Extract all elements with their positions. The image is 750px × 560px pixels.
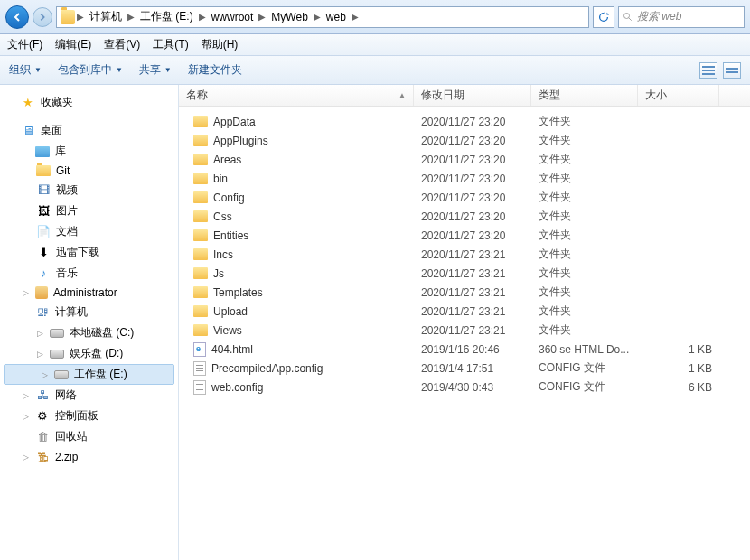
file-name: bin bbox=[213, 173, 228, 185]
share-button[interactable]: 共享▼ bbox=[139, 62, 172, 78]
menu-help[interactable]: 帮助(H) bbox=[202, 37, 239, 52]
expand-icon[interactable]: ▷ bbox=[22, 412, 30, 420]
expand-icon[interactable] bbox=[22, 433, 30, 441]
file-type: CONFIG 文件 bbox=[531, 360, 638, 376]
computer-icon: 🖳 bbox=[35, 305, 50, 320]
back-button[interactable] bbox=[5, 5, 29, 29]
file-date: 2020/11/27 23:21 bbox=[414, 286, 531, 299]
chevron-right-icon[interactable]: ▶ bbox=[77, 12, 84, 22]
collapse-icon[interactable] bbox=[22, 308, 30, 316]
file-row[interactable]: AppPlugins2020/11/27 23:20文件夹 bbox=[179, 131, 750, 150]
collapse-icon[interactable] bbox=[22, 147, 30, 155]
folder-icon bbox=[193, 173, 208, 184]
expand-icon[interactable]: ▷ bbox=[22, 391, 30, 399]
tree-pictures[interactable]: 🖼图片 bbox=[0, 201, 178, 221]
menu-file[interactable]: 文件(F) bbox=[7, 37, 42, 52]
column-type[interactable]: 类型 bbox=[531, 85, 638, 106]
chevron-right-icon[interactable]: ▶ bbox=[352, 12, 359, 22]
file-row[interactable]: PrecompiledApp.config2019/1/4 17:51CONFI… bbox=[179, 359, 750, 378]
tree-recycle-bin[interactable]: 🗑回收站 bbox=[0, 426, 178, 447]
forward-button[interactable] bbox=[33, 7, 52, 27]
file-size: 1 KB bbox=[638, 362, 719, 375]
menu-edit[interactable]: 编辑(E) bbox=[55, 37, 91, 52]
file-name: Config bbox=[213, 191, 245, 204]
menu-tools[interactable]: 工具(T) bbox=[153, 37, 188, 52]
menu-view[interactable]: 查看(V) bbox=[104, 37, 140, 52]
toolbar: 组织▼ 包含到库中▼ 共享▼ 新建文件夹 bbox=[0, 56, 750, 85]
tree-administrator[interactable]: ▷Administrator bbox=[0, 284, 178, 302]
file-name: Upload bbox=[213, 305, 248, 318]
tree-thunder[interactable]: ⬇迅雷下载 bbox=[0, 242, 178, 263]
refresh-button[interactable] bbox=[593, 6, 614, 28]
tree-favorites[interactable]: ★收藏夹 bbox=[0, 92, 178, 113]
file-type: 文件夹 bbox=[531, 114, 638, 129]
tree-music[interactable]: ♪音乐 bbox=[0, 263, 178, 284]
tree-video[interactable]: 🎞视频 bbox=[0, 180, 178, 201]
config-icon bbox=[193, 361, 206, 376]
file-row[interactable]: Entities2020/11/27 23:20文件夹 bbox=[179, 226, 750, 245]
tree-drive-c[interactable]: ▷本地磁盘 (C:) bbox=[0, 322, 178, 343]
expand-icon[interactable]: ▷ bbox=[36, 350, 44, 358]
file-row[interactable]: 404.html2019/1/16 20:46360 se HTML Do...… bbox=[179, 340, 750, 359]
chevron-right-icon[interactable]: ▶ bbox=[199, 12, 206, 22]
tree-desktop[interactable]: 🖥桌面 bbox=[0, 120, 178, 141]
tree-git[interactable]: Git bbox=[0, 162, 178, 180]
breadcrumb[interactable]: ▶ 计算机 ▶ 工作盘 (E:) ▶ wwwroot ▶ MyWeb ▶ web… bbox=[56, 6, 589, 28]
crumb-drive[interactable]: 工作盘 (E:) bbox=[136, 7, 197, 26]
crumb-web[interactable]: web bbox=[323, 9, 350, 25]
include-library-button[interactable]: 包含到库中▼ bbox=[58, 62, 123, 78]
tree-network[interactable]: ▷🖧网络 bbox=[0, 385, 178, 406]
file-row[interactable]: Js2020/11/27 23:21文件夹 bbox=[179, 264, 750, 283]
view-mode-button[interactable] bbox=[699, 62, 717, 79]
column-date[interactable]: 修改日期 bbox=[414, 85, 531, 106]
tree-documents[interactable]: 📄文档 bbox=[0, 221, 178, 242]
file-size: 6 KB bbox=[638, 381, 719, 394]
file-row[interactable]: Css2020/11/27 23:20文件夹 bbox=[179, 207, 750, 226]
file-row[interactable]: Views2020/11/27 23:21文件夹 bbox=[179, 321, 750, 340]
preview-pane-button[interactable] bbox=[723, 62, 741, 79]
drive-icon bbox=[50, 329, 64, 338]
file-date: 2019/1/4 17:51 bbox=[414, 362, 531, 375]
column-size[interactable]: 大小 bbox=[638, 85, 719, 106]
expand-icon[interactable]: ▷ bbox=[41, 370, 49, 378]
expand-icon[interactable] bbox=[7, 98, 15, 107]
chevron-right-icon[interactable]: ▶ bbox=[314, 12, 321, 22]
expand-icon[interactable]: ▷ bbox=[36, 329, 44, 337]
tree-drive-e[interactable]: ▷工作盘 (E:) bbox=[4, 364, 174, 385]
expand-icon[interactable]: ▷ bbox=[22, 289, 30, 297]
file-date: 2020/11/27 23:20 bbox=[414, 173, 531, 185]
column-name[interactable]: 名称▲ bbox=[179, 85, 414, 106]
search-input[interactable]: 搜索 web bbox=[618, 6, 745, 28]
file-type: 文件夹 bbox=[531, 303, 638, 319]
crumb-computer[interactable]: 计算机 bbox=[86, 7, 126, 26]
file-name: Css bbox=[213, 210, 232, 223]
file-row[interactable]: Templates2020/11/27 23:21文件夹 bbox=[179, 283, 750, 302]
tree-drive-d[interactable]: ▷娱乐盘 (D:) bbox=[0, 343, 178, 364]
tree-library[interactable]: 库 bbox=[0, 141, 178, 162]
tree-computer[interactable]: 🖳计算机 bbox=[0, 302, 178, 322]
file-row[interactable]: Config2020/11/27 23:20文件夹 bbox=[179, 188, 750, 207]
tree-zip[interactable]: ▷🗜2.zip bbox=[0, 447, 178, 467]
tree-control-panel[interactable]: ▷⚙控制面板 bbox=[0, 406, 178, 426]
video-icon: 🎞 bbox=[36, 183, 51, 198]
user-icon bbox=[35, 286, 48, 299]
file-row[interactable]: AppData2020/11/27 23:20文件夹 bbox=[179, 112, 750, 131]
chevron-right-icon[interactable]: ▶ bbox=[127, 12, 135, 22]
file-row[interactable]: Incs2020/11/27 23:21文件夹 bbox=[179, 245, 750, 264]
file-row[interactable]: Areas2020/11/27 23:20文件夹 bbox=[179, 150, 750, 169]
collapse-icon[interactable] bbox=[7, 126, 15, 135]
file-row[interactable]: web.config2019/4/30 0:43CONFIG 文件6 KB bbox=[179, 378, 750, 397]
config-icon bbox=[193, 380, 206, 395]
svg-marker-0 bbox=[607, 12, 610, 14]
organize-button[interactable]: 组织▼ bbox=[9, 62, 42, 78]
file-type: 文件夹 bbox=[531, 171, 638, 186]
file-type: 文件夹 bbox=[531, 190, 638, 205]
chevron-right-icon[interactable]: ▶ bbox=[258, 12, 266, 22]
documents-icon: 📄 bbox=[36, 225, 51, 239]
file-row[interactable]: Upload2020/11/27 23:21文件夹 bbox=[179, 302, 750, 321]
new-folder-button[interactable]: 新建文件夹 bbox=[188, 62, 242, 78]
crumb-myweb[interactable]: MyWeb bbox=[267, 9, 311, 25]
file-row[interactable]: bin2020/11/27 23:20文件夹 bbox=[179, 169, 750, 188]
expand-icon[interactable]: ▷ bbox=[22, 453, 30, 462]
crumb-wwwroot[interactable]: wwwroot bbox=[208, 9, 258, 25]
